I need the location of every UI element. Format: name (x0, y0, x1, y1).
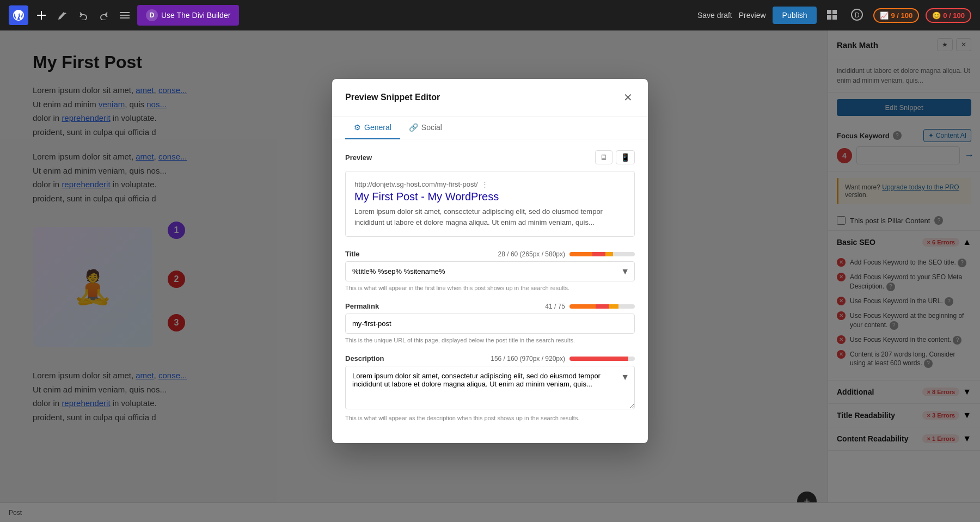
device-buttons: 🖥 📱 (595, 150, 635, 164)
svg-rect-8 (832, 15, 837, 20)
modal-body: Preview 🖥 📱 http://donjetv.sg-host.com/m… (332, 139, 648, 443)
save-draft-button[interactable]: Save draft (697, 11, 732, 20)
description-field-header: Description 156 / 160 (970px / 920px) (345, 354, 635, 363)
svg-rect-2 (120, 12, 130, 13)
svg-rect-4 (120, 17, 130, 19)
svg-rect-7 (827, 15, 831, 20)
menu-button[interactable] (117, 7, 133, 23)
tab-social-label: Social (421, 123, 442, 132)
publish-button[interactable]: Publish (773, 7, 817, 24)
description-hint: This is what will appear as the descript… (345, 415, 635, 421)
description-textarea-wrap: Lorem ipsum dolor sit amet, consectetur … (345, 366, 635, 412)
tab-social[interactable]: 🔗 Social (400, 116, 451, 139)
permalink-input[interactable] (345, 314, 635, 334)
preview-section: Preview 🖥 📱 http://donjetv.sg-host.com/m… (345, 150, 635, 237)
preview-url-text: http://donjetv.sg-host.com/my-first-post… (354, 180, 478, 188)
svg-rect-5 (827, 10, 831, 14)
title-progress-bar (569, 252, 635, 256)
circle-d-button[interactable]: D (847, 5, 867, 26)
modal-header: Preview Snippet Editor ✕ (332, 79, 648, 116)
preview-url: http://donjetv.sg-host.com/my-first-post… (354, 180, 626, 188)
permalink-counter: 41 / 75 (545, 303, 635, 310)
modal-overlay: Preview Snippet Editor ✕ ⚙ General 🔗 Soc… (0, 0, 980, 522)
desktop-view-button[interactable]: 🖥 (595, 150, 612, 164)
preview-url-menu-icon[interactable]: ⋮ (481, 180, 488, 188)
description-textarea[interactable]: Lorem ipsum dolor sit amet, consectetur … (345, 366, 635, 409)
permalink-counter-text: 41 / 75 (545, 303, 565, 310)
preview-description: Lorem ipsum dolor sit amet, consectetur … (354, 206, 626, 228)
permalink-hint: This is the unique URL of this page, dis… (345, 337, 635, 343)
permalink-progress-bar (569, 304, 635, 309)
seo-score-value: 9 / 100 (891, 11, 912, 20)
title-input[interactable] (345, 261, 635, 281)
preview-snippet-modal: Preview Snippet Editor ✕ ⚙ General 🔗 Soc… (332, 79, 648, 443)
toolbar-right: Save draft Preview Publish D 📈 9 / 100 😊… (697, 5, 971, 26)
wp-logo[interactable] (9, 5, 28, 25)
title-counter-text: 28 / 60 (265px / 580px) (498, 250, 565, 258)
preview-button[interactable]: Preview (739, 11, 766, 20)
permalink-field-label: Permalink (345, 302, 379, 310)
undo-button[interactable] (75, 7, 91, 23)
tab-general[interactable]: ⚙ General (345, 116, 400, 139)
readability-icon: 😊 (932, 11, 941, 20)
description-counter-text: 156 / 160 (970px / 920px) (491, 355, 565, 363)
svg-text:D: D (855, 11, 860, 19)
layout-button[interactable] (823, 6, 841, 25)
tab-general-label: General (364, 123, 391, 132)
divi-label: Use The Divi Builder (161, 11, 230, 20)
modal-tabs: ⚙ General 🔗 Social (332, 116, 648, 139)
title-counter: 28 / 60 (265px / 580px) (498, 250, 635, 258)
seo-score-icon: 📈 (880, 11, 889, 20)
title-input-wrap: ▼ (345, 261, 635, 281)
modal-close-button[interactable]: ✕ (621, 89, 635, 106)
gear-icon: ⚙ (354, 123, 361, 132)
title-field-header: Title 28 / 60 (265px / 580px) (345, 250, 635, 258)
svg-rect-1 (37, 15, 46, 16)
redo-button[interactable] (96, 7, 112, 23)
description-field-label: Description (345, 354, 384, 363)
title-field-label: Title (345, 250, 360, 258)
readability-score-badge[interactable]: 😊 0 / 100 (926, 8, 971, 23)
preview-box: http://donjetv.sg-host.com/my-first-post… (345, 171, 635, 237)
mobile-view-button[interactable]: 📱 (616, 150, 635, 164)
preview-page-title[interactable]: My First Post - My WordPress (354, 191, 626, 203)
svg-rect-6 (832, 10, 837, 14)
edit-button[interactable] (54, 7, 71, 23)
permalink-field-group: Permalink 41 / 75 This is the unique URL… (345, 302, 635, 343)
title-field-group: Title 28 / 60 (265px / 580px) ▼ This is (345, 250, 635, 291)
toolbar: D Use The Divi Builder Save draft Previe… (0, 0, 980, 30)
permalink-field-header: Permalink 41 / 75 (345, 302, 635, 310)
preview-label-text: Preview (345, 153, 372, 162)
title-hint: This is what will appear in the first li… (345, 285, 635, 291)
modal-title: Preview Snippet Editor (345, 93, 440, 102)
add-block-button[interactable] (33, 7, 50, 24)
social-icon: 🔗 (409, 123, 418, 132)
svg-rect-3 (120, 15, 130, 16)
description-field-group: Description 156 / 160 (970px / 920px) Lo… (345, 354, 635, 421)
divi-icon: D (146, 9, 158, 21)
seo-score-badge[interactable]: 📈 9 / 100 (873, 8, 919, 23)
description-progress-bar (569, 357, 635, 361)
description-counter: 156 / 160 (970px / 920px) (491, 355, 635, 363)
readability-score-value: 0 / 100 (943, 11, 965, 20)
divi-builder-button[interactable]: D Use The Divi Builder (137, 5, 239, 26)
preview-label-row: Preview 🖥 📱 (345, 150, 635, 164)
